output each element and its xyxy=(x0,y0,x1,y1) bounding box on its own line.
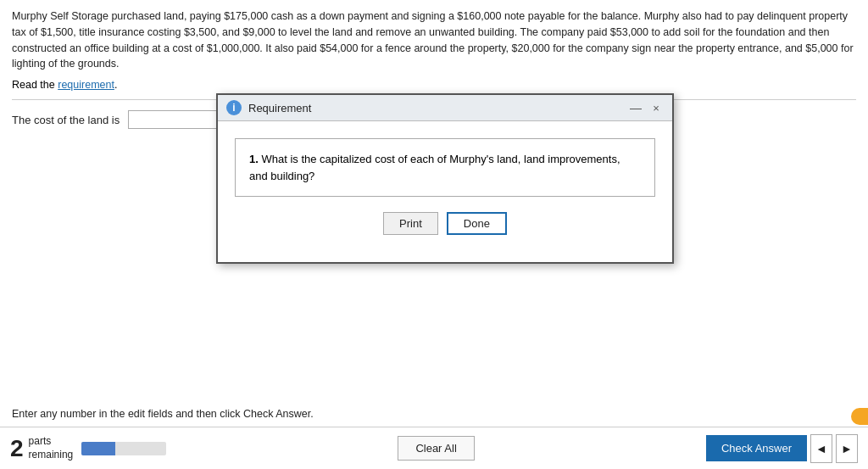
check-answer-button[interactable]: Check Answer xyxy=(706,435,807,461)
modal-close-button[interactable]: × xyxy=(648,100,664,115)
requirement-box: 1. What is the capitalized cost of each … xyxy=(235,138,655,197)
done-button[interactable]: Done xyxy=(447,212,507,235)
parts-number: 2 xyxy=(10,437,24,461)
modal-controls: — × xyxy=(628,100,664,115)
parts-text: parts xyxy=(29,435,74,449)
requirement-text: What is the capitalized cost of each of … xyxy=(249,153,620,182)
land-cost-input[interactable] xyxy=(128,110,221,129)
modal-body: 1. What is the capitalized cost of each … xyxy=(218,121,672,262)
clear-all-button[interactable]: Clear All xyxy=(398,436,474,461)
requirement-number: 1. xyxy=(249,153,259,165)
info-icon: i xyxy=(226,100,242,115)
problem-text: Murphy Self Storage purchased land, payi… xyxy=(12,8,856,72)
modal-minimize-button[interactable]: — xyxy=(628,100,643,115)
modal-title: Requirement xyxy=(248,102,621,114)
prev-button[interactable]: ◄ xyxy=(810,434,832,463)
progress-bar-container xyxy=(81,442,166,455)
progress-bar-fill xyxy=(81,442,115,455)
bottom-bar: 2 parts remaining Clear All Check Answer… xyxy=(0,427,868,469)
center-spacer: Clear All xyxy=(166,436,706,461)
read-text: Read the xyxy=(12,79,55,91)
main-content: Murphy Self Storage purchased land, payi… xyxy=(0,0,868,129)
modal-footer: Print Done xyxy=(235,212,655,248)
requirement-modal: i Requirement — × 1. What is the capital… xyxy=(216,93,674,264)
orange-dot-indicator xyxy=(851,408,868,425)
next-button[interactable]: ► xyxy=(836,434,858,463)
requirement-link[interactable]: requirement xyxy=(58,79,114,91)
modal-header: i Requirement — × xyxy=(218,95,672,121)
remaining-text: remaining xyxy=(29,449,74,462)
parts-label: parts remaining xyxy=(29,435,74,461)
print-button[interactable]: Print xyxy=(383,212,438,235)
right-section: Check Answer ◄ ► xyxy=(706,434,858,463)
parts-section: 2 parts remaining xyxy=(10,435,166,461)
hint-text: Enter any number in the edit fields and … xyxy=(12,408,314,420)
question-label: The cost of the land is xyxy=(12,114,120,126)
